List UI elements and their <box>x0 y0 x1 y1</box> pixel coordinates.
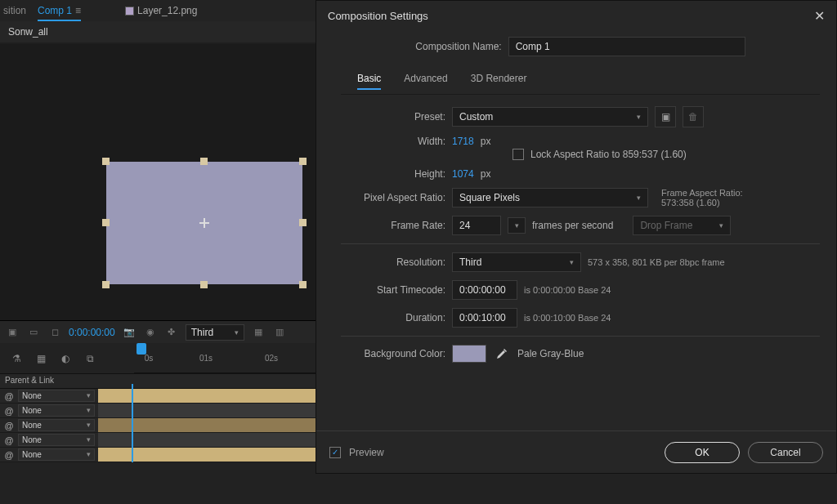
compname-label: Composition Name: <box>415 41 501 52</box>
far-label: Frame Aspect Ratio: <box>661 188 743 198</box>
pickwhip-icon[interactable]: @ <box>3 390 15 402</box>
par-label: Pixel Aspect Ratio: <box>341 192 445 203</box>
handle-bl[interactable] <box>102 281 110 288</box>
start-input[interactable]: 0:00:00:00 <box>452 280 517 300</box>
time-1s: 01s <box>198 350 214 366</box>
height-label: Height: <box>341 168 445 180</box>
parent-dropdown[interactable]: None▾ <box>18 448 95 461</box>
pickwhip-icon[interactable]: @ <box>3 405 15 417</box>
tab-advanced[interactable]: Advanced <box>404 73 447 89</box>
color-icon[interactable]: ✤ <box>164 325 179 340</box>
tab-layer[interactable]: Layer_12.png <box>125 5 197 16</box>
preview-label: Preview <box>349 447 384 458</box>
handle-ml[interactable] <box>102 219 110 226</box>
resolution-info: 573 x 358, 801 KB per 8bpc frame <box>588 257 725 267</box>
lock-aspect-checkbox[interactable] <box>512 149 524 160</box>
guides-icon[interactable]: ▥ <box>272 325 287 340</box>
viewer-resolution[interactable]: Third▾ <box>186 324 244 341</box>
height-input[interactable]: 1074 <box>452 168 474 180</box>
handle-tr[interactable] <box>299 158 307 165</box>
parent-dropdown[interactable]: None▾ <box>18 404 95 417</box>
ok-button[interactable]: OK <box>665 442 740 463</box>
motionblur-icon[interactable]: ◐ <box>57 350 74 367</box>
dialog-title: Composition Settings <box>328 10 428 22</box>
parent-dropdown[interactable]: None▾ <box>18 434 95 446</box>
duration-label: Duration: <box>341 312 445 323</box>
graph-icon[interactable]: ⧉ <box>82 350 98 367</box>
duration-input[interactable]: 0:00:10:00 <box>452 308 517 328</box>
fps-label: Frame Rate: <box>341 220 445 231</box>
viewport[interactable] <box>0 44 316 320</box>
duration-info: is 0:00:10:00 Base 24 <box>524 313 611 323</box>
tab-basic[interactable]: Basic <box>357 73 381 89</box>
close-icon[interactable]: ✕ <box>814 8 825 24</box>
time-2s: 02s <box>263 350 280 366</box>
handle-tc[interactable] <box>200 158 208 165</box>
width-input[interactable]: 1718 <box>452 136 474 147</box>
thumbnail-icon[interactable]: ▣ <box>5 325 20 340</box>
pickwhip-icon[interactable]: @ <box>3 449 15 461</box>
par-dropdown[interactable]: Square Pixels▾ <box>452 188 648 207</box>
width-label: Width: <box>341 136 445 147</box>
delete-preset-button[interactable]: 🗑 <box>683 106 704 127</box>
px-label: px <box>481 136 491 147</box>
tab-3d-renderer[interactable]: 3D Renderer <box>471 73 527 89</box>
lock-aspect-label: Lock Aspect Ratio to 859:537 (1.60) <box>530 149 687 160</box>
fps-input[interactable]: 24 <box>452 216 501 235</box>
current-time[interactable]: 0:00:00:00 <box>69 327 115 338</box>
bgcolor-swatch[interactable] <box>452 345 486 363</box>
handle-mr[interactable] <box>299 219 307 226</box>
handle-tl[interactable] <box>102 158 110 165</box>
compname-input[interactable]: Comp 1 <box>508 37 745 56</box>
grid-icon[interactable]: ▦ <box>251 325 266 340</box>
resolution-dropdown[interactable]: Third▾ <box>452 252 581 272</box>
playhead-line[interactable] <box>132 384 133 462</box>
blend-icon[interactable]: ⚗ <box>8 350 25 367</box>
frameblend-icon[interactable]: ▦ <box>33 350 49 367</box>
camera-icon[interactable]: 📷 <box>122 325 137 340</box>
eyedropper-icon[interactable] <box>493 345 511 363</box>
handle-br[interactable] <box>299 281 307 288</box>
save-preset-button[interactable]: ▣ <box>655 106 676 127</box>
anchor-icon <box>199 218 209 228</box>
region-icon[interactable]: ▭ <box>26 325 41 340</box>
pickwhip-icon[interactable]: @ <box>3 435 15 446</box>
tab-comp1[interactable]: Comp 1 ≡ <box>38 5 81 16</box>
start-info: is 0:00:00:00 Base 24 <box>524 285 611 295</box>
layer-swatch-icon <box>125 7 134 16</box>
parent-dropdown[interactable]: None▾ <box>18 419 95 431</box>
panel-name: Sonw_all <box>8 26 48 38</box>
fps-unit: frames per second <box>532 220 613 231</box>
composition-settings-dialog: Composition Settings ✕ Composition Name:… <box>316 0 837 474</box>
bgcolor-name: Pale Gray-Blue <box>517 348 584 359</box>
handle-bc[interactable] <box>200 281 208 288</box>
mask-icon[interactable]: ◻ <box>47 325 62 340</box>
px-label: px <box>481 168 491 180</box>
canvas[interactable] <box>106 162 302 284</box>
pickwhip-icon[interactable]: @ <box>3 420 15 431</box>
preset-dropdown[interactable]: Custom▾ <box>452 107 648 127</box>
bgcolor-label: Background Color: <box>341 348 445 359</box>
dropframe-dropdown: Drop Frame▾ <box>633 216 731 235</box>
fps-dropdown[interactable]: ▾ <box>508 217 526 234</box>
preset-label: Preset: <box>341 111 445 123</box>
preview-checkbox[interactable]: ✓ <box>329 447 341 458</box>
snapshot-icon[interactable]: ◉ <box>143 325 158 340</box>
tab-other[interactable]: sition <box>3 5 26 16</box>
parent-dropdown[interactable]: None▾ <box>18 390 95 402</box>
cancel-button[interactable]: Cancel <box>748 442 823 463</box>
time-0s: 0s <box>141 350 157 366</box>
far-value: 573:358 (1.60) <box>661 198 743 207</box>
resolution-label: Resolution: <box>341 256 445 268</box>
start-label: Start Timecode: <box>341 284 445 296</box>
